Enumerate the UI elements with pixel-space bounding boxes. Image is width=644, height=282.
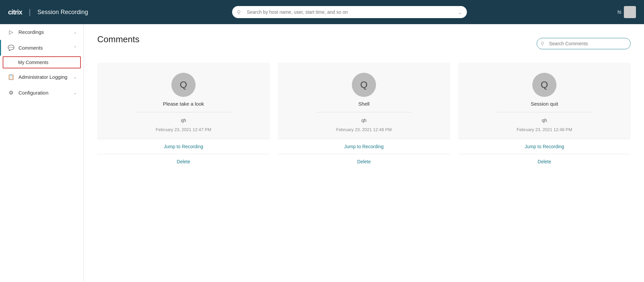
recordings-chevron-icon: ⌄ [73, 30, 77, 35]
comments-search-input[interactable] [537, 38, 631, 49]
delete-btn-1[interactable]: Delete [97, 154, 270, 169]
card-divider-3 [497, 112, 592, 112]
card-divider-1 [136, 112, 231, 112]
configuration-icon: ⚙ [8, 90, 14, 96]
sidebar-item-comments[interactable]: 💬 Comments ⌃ [0, 40, 84, 56]
sidebar-recordings-label: Recordings [18, 29, 44, 35]
global-search: ⚲ ⌄ [232, 6, 467, 18]
comments-grid: Q Please take a look qh February 23, 202… [97, 63, 631, 169]
sidebar-item-recordings[interactable]: ▷ Recordings ⌄ [0, 24, 84, 40]
comment-card-1: Q Please take a look qh February 23, 202… [97, 63, 270, 169]
comments-icon: 💬 [8, 45, 14, 51]
user-avatar [624, 6, 636, 18]
sidebar-item-admin-logging[interactable]: 📋 Administrator Logging ⌄ [0, 69, 84, 85]
comment-card-3: Q Session quit qh February 23, 2021 12:4… [458, 63, 631, 169]
search-chevron-icon[interactable]: ⌄ [458, 9, 462, 15]
user-area: hi [618, 6, 636, 18]
user-greeting-text: hi [618, 9, 621, 15]
sidebar-item-configuration[interactable]: ⚙ Configuration ⌄ [0, 85, 84, 101]
jump-to-recording-btn-2[interactable]: Jump to Recording [278, 139, 450, 154]
sidebar-config-label: Configuration [18, 90, 48, 96]
jump-to-recording-btn-3[interactable]: Jump to Recording [458, 139, 631, 154]
comment-date-1: February 23, 2021 12:47 PM [156, 127, 211, 132]
comments-chevron-icon: ⌃ [73, 46, 77, 50]
card-body-3: Q Session quit qh February 23, 2021 12:4… [458, 63, 631, 139]
recordings-icon: ▷ [8, 29, 14, 35]
sidebar-comments-label: Comments [18, 45, 43, 51]
page-title: Comments [97, 34, 140, 45]
brand-logo: citrix | Session Recording [8, 8, 88, 16]
avatar-letter-3: Q [541, 79, 548, 90]
card-divider-2 [316, 112, 412, 112]
sidebar-admin-label: Administrator Logging [18, 74, 67, 80]
avatar-3: Q [532, 73, 556, 97]
jump-to-recording-btn-1[interactable]: Jump to Recording [97, 139, 270, 154]
comment-text-2: Shell [358, 101, 369, 107]
comment-card-2: Q Shell qh February 23, 2021 12:48 PM Ju… [278, 63, 450, 169]
global-search-icon: ⚲ [237, 9, 241, 15]
comment-date-3: February 23, 2021 12:48 PM [517, 127, 572, 132]
main-content: Comments ⚲ Q Please take a look qh Febru… [84, 24, 644, 282]
my-comments-label: My Comments [18, 60, 48, 65]
avatar-letter-1: Q [180, 79, 187, 90]
app-layout: ▷ Recordings ⌄ 💬 Comments ⌃ My Comments … [0, 0, 644, 282]
comment-user-3: qh [542, 118, 547, 123]
comment-user-1: qh [181, 118, 186, 123]
global-search-input[interactable] [232, 6, 467, 18]
comment-text-1: Please take a look [163, 101, 204, 107]
card-body-1: Q Please take a look qh February 23, 202… [97, 63, 270, 139]
delete-btn-3[interactable]: Delete [458, 154, 631, 169]
sidebar-sub-item-my-comments[interactable]: My Comments [3, 56, 81, 68]
page-header: Comments ⚲ [97, 34, 631, 53]
app-header: citrix | Session Recording ⚲ ⌄ hi [0, 0, 644, 24]
app-title: Session Recording [38, 9, 88, 16]
comments-search-icon: ⚲ [541, 41, 544, 46]
header-divider: | [29, 8, 31, 16]
comments-search-wrap: ⚲ [537, 38, 631, 49]
comment-text-3: Session quit [531, 101, 558, 107]
avatar-letter-2: Q [360, 79, 368, 90]
avatar-1: Q [171, 73, 196, 97]
admin-logging-icon: 📋 [8, 74, 14, 80]
config-chevron-icon: ⌄ [73, 91, 77, 95]
comment-user-2: qh [361, 118, 367, 123]
citrix-wordmark: citrix [8, 8, 22, 16]
comment-date-2: February 23, 2021 12:48 PM [336, 127, 392, 132]
admin-chevron-icon: ⌄ [73, 75, 77, 79]
delete-btn-2[interactable]: Delete [278, 154, 450, 169]
card-body-2: Q Shell qh February 23, 2021 12:48 PM [278, 63, 450, 139]
avatar-2: Q [352, 73, 376, 97]
sidebar: ▷ Recordings ⌄ 💬 Comments ⌃ My Comments … [0, 24, 84, 282]
